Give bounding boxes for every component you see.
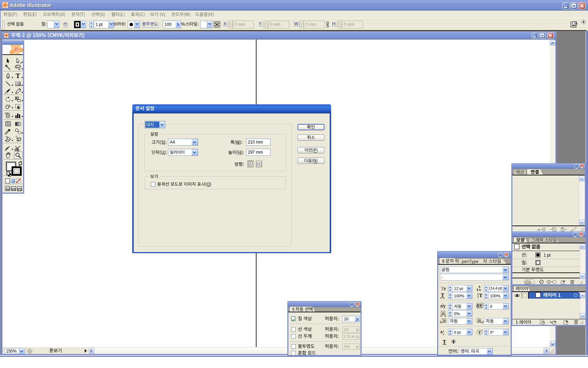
svg-text:あ: あ: [443, 319, 446, 322]
svg-text:T: T: [16, 73, 20, 79]
svg-text:A: A: [440, 330, 443, 334]
svg-text:a: a: [443, 329, 444, 333]
svg-text:V: V: [443, 304, 446, 308]
svg-text:T: T: [443, 339, 446, 345]
svg-text:あ: あ: [478, 319, 481, 322]
svg-text:A: A: [476, 303, 479, 307]
svg-text:あ: あ: [442, 311, 445, 315]
svg-text:V: V: [479, 303, 482, 307]
svg-text:T: T: [478, 330, 481, 334]
svg-text:T: T: [441, 293, 444, 298]
svg-text:A: A: [440, 304, 443, 308]
svg-text:T: T: [479, 293, 483, 298]
svg-text:T: T: [443, 287, 446, 291]
